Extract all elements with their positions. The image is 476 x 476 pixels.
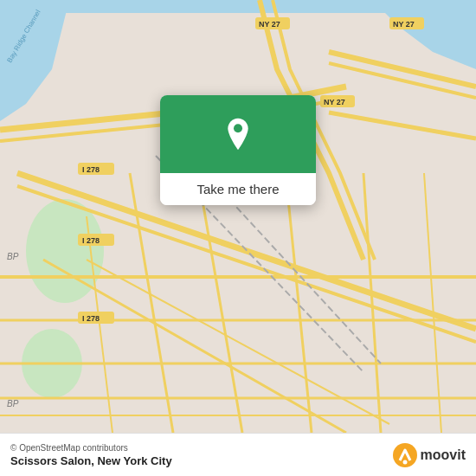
- svg-rect-3: [0, 0, 476, 13]
- osm-credit: © OpenStreetMap contributors: [10, 443, 172, 453]
- bottom-left-info: © OpenStreetMap contributors Scissors Sa…: [10, 443, 172, 467]
- svg-text:NY 27: NY 27: [393, 20, 415, 29]
- svg-text:I 278: I 278: [82, 314, 100, 323]
- svg-text:NY 27: NY 27: [259, 20, 280, 29]
- location-pin-icon: [221, 117, 255, 151]
- take-me-there-button[interactable]: Take me there: [160, 173, 316, 205]
- popup-card: Take me there: [160, 95, 316, 205]
- popup-green-area: [160, 95, 316, 173]
- svg-text:BP: BP: [7, 399, 19, 408]
- map-container: I 278 I 278 I 278 NY 27 NY 27 NY 27 BP B…: [0, 0, 476, 433]
- bottom-bar: © OpenStreetMap contributors Scissors Sa…: [0, 433, 476, 476]
- svg-point-34: [234, 124, 242, 132]
- location-title: Scissors Salon, New York City: [10, 454, 172, 467]
- moovit-logo-icon: [393, 443, 417, 467]
- svg-text:NY 27: NY 27: [324, 98, 345, 106]
- moovit-text: moovit: [421, 447, 466, 463]
- svg-text:I 278: I 278: [82, 165, 100, 174]
- svg-text:I 278: I 278: [82, 236, 100, 245]
- svg-point-36: [402, 460, 407, 464]
- moovit-logo: moovit: [393, 443, 466, 467]
- svg-text:BP: BP: [7, 252, 19, 261]
